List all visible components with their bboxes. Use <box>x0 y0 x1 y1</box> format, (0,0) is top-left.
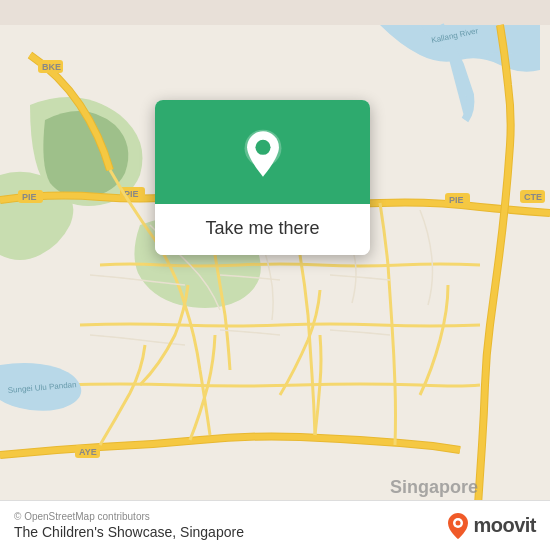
svg-text:CTE: CTE <box>524 192 542 202</box>
svg-text:BKE: BKE <box>42 62 61 72</box>
popup-card: Take me there <box>155 100 370 255</box>
svg-text:PIE: PIE <box>449 195 464 205</box>
svg-text:Singapore: Singapore <box>390 477 478 497</box>
bottom-bar: © OpenStreetMap contributors The Childre… <box>0 500 550 550</box>
svg-text:AYE: AYE <box>79 447 97 457</box>
moovit-logo: moovit <box>447 512 536 540</box>
svg-point-17 <box>255 140 270 155</box>
location-pin-icon <box>237 128 289 180</box>
bottom-left: © OpenStreetMap contributors The Childre… <box>14 511 244 540</box>
attribution-text: © OpenStreetMap contributors <box>14 511 244 522</box>
map-container: PIE PIE PIE BKE CTE AYE <box>0 0 550 550</box>
moovit-pin-icon <box>447 512 469 540</box>
popup-header <box>155 100 370 204</box>
svg-text:PIE: PIE <box>22 192 37 202</box>
location-name: The Children's Showcase, Singapore <box>14 524 244 540</box>
svg-point-19 <box>456 520 461 525</box>
moovit-brand-text: moovit <box>473 514 536 537</box>
take-me-there-button[interactable]: Take me there <box>155 204 370 255</box>
